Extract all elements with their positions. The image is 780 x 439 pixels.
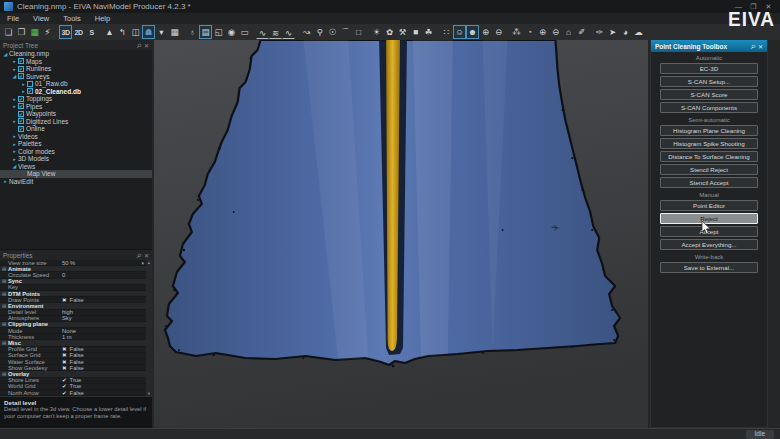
- properties-scrollbar[interactable]: ▴ ▾: [146, 260, 152, 396]
- button-accept-everything[interactable]: Accept Everything...: [660, 239, 758, 250]
- prop-north-arrow[interactable]: North Arrow✔False: [0, 390, 146, 396]
- tree-item-cleaning-nmp[interactable]: ◢Cleaning.nmp: [0, 50, 152, 58]
- flat-shade-icon[interactable]: ■: [409, 25, 422, 39]
- collapse-box-icon[interactable]: ⊟: [0, 291, 8, 297]
- stencil-brush-icon[interactable]: ✑: [593, 25, 606, 39]
- gauge-alt-icon[interactable]: ◕: [619, 25, 632, 39]
- tree-item-pipes[interactable]: ▸✔Pipes: [0, 103, 152, 111]
- collapse-box-icon[interactable]: ⊟: [0, 278, 8, 284]
- collapse-box-icon[interactable]: ⊟: [0, 371, 8, 377]
- waypoint-target-icon[interactable]: ☉: [326, 25, 339, 39]
- button-s-can-score[interactable]: S-CAN Score: [660, 89, 758, 100]
- button-s-can-components[interactable]: S-CAN Components: [660, 102, 758, 113]
- collapse-box-icon[interactable]: ⊟: [0, 340, 8, 346]
- viewport-3d[interactable]: [154, 40, 648, 428]
- collapse-box-icon[interactable]: ⊟: [0, 303, 8, 309]
- button-histogram-plane-cleaning[interactable]: Histogram Plane Cleaning: [660, 125, 758, 136]
- point-remove-alt-icon[interactable]: ⊖: [549, 25, 562, 39]
- button-s-can-setup[interactable]: S-CAN Setup...: [660, 76, 758, 87]
- waypoint-pin-icon[interactable]: ⚲: [313, 25, 326, 39]
- menu-tools[interactable]: Tools: [56, 13, 88, 24]
- checkbox-pipes[interactable]: ✔: [18, 103, 24, 109]
- measure-ruler-icon[interactable]: ▭: [238, 25, 251, 39]
- pointer-tool-icon[interactable]: ▲: [103, 25, 116, 39]
- point-remove-icon[interactable]: ⊖: [492, 25, 505, 39]
- close-icon[interactable]: ✕: [144, 252, 149, 259]
- tree-item-color-modes[interactable]: ▸Color modes: [0, 148, 152, 156]
- blob-dropdown-caret[interactable]: ▾: [155, 25, 168, 39]
- pick-arrow-icon[interactable]: ➤: [606, 25, 619, 39]
- point-add-icon[interactable]: ⊕: [479, 25, 492, 39]
- collapse-box-icon[interactable]: ⊟: [0, 321, 8, 327]
- checkbox-toppings[interactable]: ✔: [18, 96, 24, 102]
- pin-icon[interactable]: ⚲: [135, 41, 143, 49]
- collapse-box-icon[interactable]: ⊟: [0, 266, 8, 272]
- point-add-alt-icon[interactable]: ⊕: [536, 25, 549, 39]
- tree-item-maps[interactable]: ▸✔Maps: [0, 58, 152, 66]
- tree-item-online[interactable]: ✔Online: [0, 125, 152, 133]
- save-icon[interactable]: ▦: [28, 25, 41, 39]
- checkbox-maps[interactable]: ✔: [18, 58, 24, 64]
- checkbox-runlines[interactable]: ✔: [18, 66, 24, 72]
- profile-window-icon[interactable]: ◱: [212, 25, 225, 39]
- checkbox-surveys[interactable]: ✔: [18, 73, 24, 79]
- multi-profile-icon[interactable]: ∿: [282, 26, 295, 39]
- route-icon[interactable]: ↝: [300, 25, 313, 39]
- button-histogram-spike-shooting[interactable]: Histogram Spike Shooting: [660, 138, 758, 149]
- scatter-points-icon[interactable]: ∷: [440, 25, 453, 39]
- rectangle-tool-icon[interactable]: □: [352, 25, 365, 39]
- world-map-icon[interactable]: ♁: [186, 25, 199, 39]
- tree-item-videos[interactable]: ▸Videos: [0, 133, 152, 141]
- cube-view-icon[interactable]: ◫: [129, 25, 142, 39]
- button-ec-3d[interactable]: EC-3D: [660, 63, 758, 74]
- import-model-icon[interactable]: ↰: [116, 25, 129, 39]
- button-distance-to-surface-cleaning[interactable]: Distance To Surface Cleaning: [660, 151, 758, 162]
- view-2d-button[interactable]: 2D: [72, 25, 85, 39]
- pin-icon[interactable]: ⚲: [749, 42, 757, 50]
- layer-blinds-icon[interactable]: ▤: [199, 25, 212, 39]
- grid-view-icon[interactable]: ▦: [168, 25, 181, 39]
- button-point-editor[interactable]: Point Editor: [660, 200, 758, 211]
- connect-plug-icon[interactable]: ⚡: [41, 25, 54, 39]
- xyz-points-icon[interactable]: ⁂: [510, 25, 523, 39]
- tree-item-01-raw-db[interactable]: ▸01_Raw.db: [0, 80, 152, 88]
- menu-help[interactable]: Help: [88, 13, 117, 24]
- cross-profile-icon[interactable]: ≋: [269, 26, 282, 39]
- checkbox-01-raw-db[interactable]: [27, 81, 33, 87]
- button-accept[interactable]: Accept: [660, 226, 758, 237]
- tree-item-02-cleaned-db[interactable]: ▸✔02_Cleaned.db: [0, 88, 152, 96]
- button-save-to-external[interactable]: Save to External...: [660, 262, 758, 273]
- close-icon[interactable]: ✕: [758, 43, 763, 50]
- terrain-edit-icon[interactable]: ⚒: [396, 25, 409, 39]
- pin-icon[interactable]: ⚲: [135, 251, 143, 259]
- smiley-accept-icon[interactable]: ☺: [453, 25, 466, 39]
- prop-thickness[interactable]: Thickness1 m: [0, 334, 146, 340]
- tree-item-map-view[interactable]: Map View: [0, 170, 152, 178]
- blob-select-icon[interactable]: ☗: [142, 25, 155, 39]
- snapshot-camera-icon[interactable]: ◉: [225, 25, 238, 39]
- tree-item-3d-models[interactable]: ▸3D Models: [0, 155, 152, 163]
- palette-icon[interactable]: ✿: [383, 25, 396, 39]
- smiley-reject-icon[interactable]: ☻: [466, 25, 479, 39]
- new-file-icon[interactable]: ❏: [2, 25, 15, 39]
- tree-item-palettes[interactable]: ▸Palettes: [0, 140, 152, 148]
- checkbox-waypoints[interactable]: ✔: [18, 111, 24, 117]
- menu-file[interactable]: File: [0, 13, 26, 24]
- button-stencil-reject[interactable]: Stencil Reject: [660, 164, 758, 175]
- spray-clean-icon[interactable]: ✐: [575, 25, 588, 39]
- tree-item-runlines[interactable]: ▸✔Runlines: [0, 65, 152, 73]
- tree-item-waypoints[interactable]: ✔Waypoints: [0, 110, 152, 118]
- menu-view[interactable]: View: [26, 13, 56, 24]
- tree-item-toppings[interactable]: ▸✔Toppings: [0, 95, 152, 103]
- checkbox-02-cleaned-db[interactable]: ✔: [27, 88, 33, 94]
- tree-item-naviedit[interactable]: ▸NaviEdit: [0, 178, 152, 186]
- button-stencil-accept[interactable]: Stencil Accept: [660, 177, 758, 188]
- tree-item-digitized-lines[interactable]: ▸✔Digitized Lines: [0, 118, 152, 126]
- view-3d-button[interactable]: 3D: [59, 25, 72, 39]
- scroll-down-icon[interactable]: ▾: [148, 391, 150, 396]
- button-reject[interactable]: Reject: [660, 213, 758, 224]
- arc-tool-icon[interactable]: ⌒: [339, 25, 352, 39]
- clover-select-icon[interactable]: ☘: [422, 25, 435, 39]
- tree-item-surveys[interactable]: ◢✔Surveys: [0, 73, 152, 81]
- long-profile-icon[interactable]: ∿: [256, 26, 269, 39]
